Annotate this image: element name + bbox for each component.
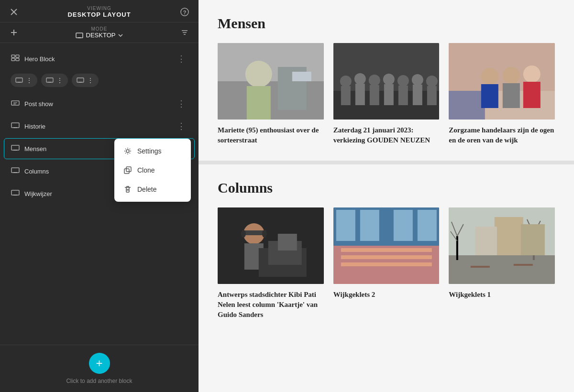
svg-rect-47 [292, 72, 311, 81]
close-button[interactable] [8, 6, 20, 18]
svg-rect-66 [449, 91, 485, 120]
dropdown-settings-label: Settings [137, 147, 162, 155]
historie-more[interactable]: ⋮ [175, 121, 188, 131]
svg-rect-70 [503, 83, 520, 108]
add-block-button[interactable]: + [89, 353, 110, 374]
svg-rect-32 [126, 167, 131, 172]
mode-value: DESKTOP [86, 32, 116, 39]
dropdown-menu: Settings Clone Delete [114, 139, 191, 202]
mode-bar: MODE DESKTOP [0, 22, 199, 43]
block-item-hero-block[interactable]: Hero Block ⋮ [4, 48, 195, 69]
hero-sub-3[interactable]: ⋮ [72, 74, 99, 87]
layout-title: DESKTOP LAYOUT [20, 11, 178, 18]
svg-rect-20 [77, 78, 84, 82]
svg-rect-63 [427, 86, 436, 105]
svg-rect-104 [475, 227, 497, 255]
svg-rect-86 [341, 255, 431, 259]
svg-rect-105 [514, 264, 533, 266]
help-button[interactable]: ? [178, 6, 191, 18]
svg-rect-13 [16, 55, 19, 57]
mode-selector[interactable]: DESKTOP [76, 32, 123, 39]
svg-rect-91 [417, 210, 436, 241]
card-zorgzame-title: Zorgzame handelaars zijn de ogen en de o… [449, 125, 555, 145]
header-center: VIEWING DESKTOP LAYOUT [20, 6, 178, 18]
svg-rect-87 [341, 262, 431, 266]
mensen-icon [11, 144, 20, 153]
svg-rect-36 [11, 168, 19, 173]
svg-rect-106 [471, 266, 490, 268]
clone-icon [124, 166, 132, 174]
card-wijkgeklets2[interactable]: Wijkgeklets 2 [333, 207, 440, 320]
block-item-historie[interactable]: Historie ⋮ [4, 116, 195, 137]
sub-dots-2[interactable]: ⋮ [56, 76, 63, 84]
svg-rect-68 [481, 84, 498, 108]
sub-dots-1[interactable]: ⋮ [26, 76, 33, 84]
hero-block-label: Hero Block [24, 55, 175, 63]
svg-rect-55 [369, 85, 379, 105]
svg-rect-85 [341, 248, 431, 252]
dropdown-delete[interactable]: Delete [114, 180, 191, 199]
svg-rect-45 [247, 86, 271, 120]
card-antwerps[interactable]: Antwerps stadsdichter Kibi Pati Nelen le… [218, 207, 324, 320]
hero-sub-2[interactable]: ⋮ [41, 74, 68, 87]
viewing-label: VIEWING [20, 6, 178, 11]
filter-button[interactable] [178, 26, 191, 39]
card-mariette-title: Mariette (95) enthousiast over de sortee… [218, 125, 324, 145]
svg-rect-33 [124, 169, 129, 174]
svg-rect-93 [449, 255, 555, 284]
post-show-icon [11, 99, 20, 108]
historie-icon [11, 122, 20, 131]
card-wijkgeklets2-title: Wijkgeklets 2 [333, 290, 440, 300]
card-img-mariette [218, 43, 324, 120]
card-zorgzame[interactable]: Zorgzame handelaars zijn de ogen en de o… [449, 43, 555, 145]
card-gouden-neuzen[interactable]: Zaterdag 21 januari 2023: verkiezing GOU… [333, 43, 440, 145]
svg-point-52 [354, 73, 365, 85]
svg-rect-72 [523, 82, 541, 108]
card-gouden-neuzen-title: Zaterdag 21 januari 2023: verkiezing GOU… [333, 125, 440, 145]
sub-dots-3[interactable]: ⋮ [87, 76, 94, 84]
svg-point-60 [411, 74, 423, 86]
svg-rect-53 [355, 84, 364, 105]
svg-rect-90 [393, 210, 412, 241]
svg-rect-61 [412, 85, 422, 105]
grid-icon [11, 54, 20, 63]
columns-icon [11, 167, 20, 175]
add-block-hint: Click to add another block [66, 378, 132, 384]
svg-point-56 [383, 74, 394, 85]
svg-rect-16 [16, 78, 22, 82]
card-wijkgeklets1[interactable]: Wijkgeklets 1 [449, 207, 555, 320]
card-img-zorgzame [449, 43, 555, 120]
svg-point-62 [426, 76, 437, 87]
svg-rect-102 [495, 217, 523, 255]
svg-point-54 [368, 75, 380, 86]
main-content: Mensen Mariette (95) enthousiast over de… [199, 0, 574, 392]
svg-rect-57 [384, 84, 393, 105]
card-mariette[interactable]: Mariette (95) enthousiast over de sortee… [218, 43, 324, 145]
add-block-section: + Click to add another block [0, 345, 199, 392]
block-item-post-show[interactable]: Post show ⋮ [4, 93, 195, 114]
svg-rect-89 [360, 210, 379, 241]
svg-rect-28 [11, 145, 19, 150]
dropdown-clone-label: Clone [137, 166, 155, 174]
dropdown-settings[interactable]: Settings [114, 142, 191, 161]
svg-text:?: ? [183, 10, 187, 15]
card-img-wijkgeklets1 [449, 207, 555, 284]
svg-point-69 [503, 67, 520, 84]
sidebar-header: VIEWING DESKTOP LAYOUT ? [0, 0, 199, 22]
block-item-mensen[interactable]: Mensen ⋮ Settings Clone [4, 138, 195, 159]
dropdown-clone[interactable]: Clone [114, 161, 191, 180]
wijkwijzer-icon [11, 189, 20, 198]
hero-sub-1[interactable]: ⋮ [11, 74, 37, 87]
post-show-label: Post show [24, 100, 175, 108]
hero-sub-items: ⋮ ⋮ ⋮ [4, 71, 195, 92]
add-block-inline-button[interactable] [8, 26, 20, 39]
hero-block-more[interactable]: ⋮ [175, 54, 188, 64]
svg-point-71 [523, 65, 541, 83]
card-img-antwerps [218, 207, 324, 284]
svg-point-77 [241, 230, 246, 238]
columns-section-title: Columns [218, 180, 555, 196]
svg-rect-25 [11, 123, 19, 128]
card-img-wijkgeklets2 [333, 207, 440, 284]
svg-rect-88 [336, 210, 355, 241]
post-show-more[interactable]: ⋮ [175, 98, 188, 109]
